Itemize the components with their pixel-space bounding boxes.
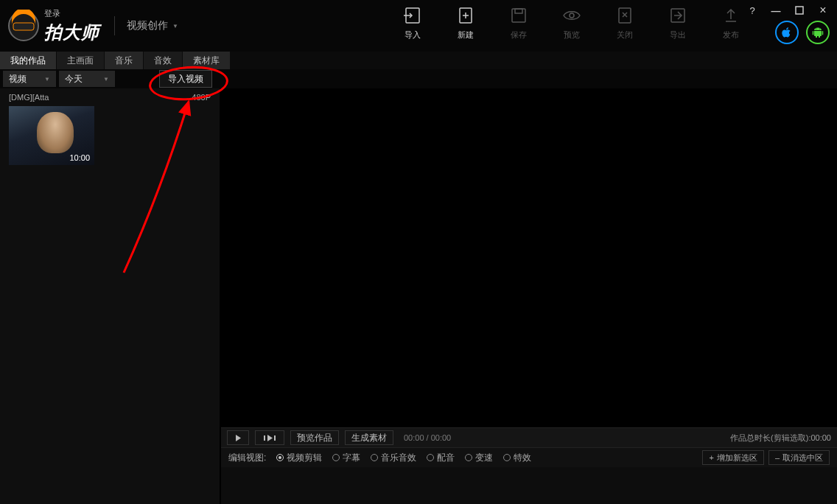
helmet-icon xyxy=(7,10,40,42)
clip-resolution: 480P xyxy=(192,93,211,102)
svg-rect-8 xyxy=(515,9,522,13)
svg-marker-20 xyxy=(267,435,273,441)
svg-point-9 xyxy=(570,13,574,18)
brand-name: 拍大师 xyxy=(44,21,99,44)
svg-rect-21 xyxy=(274,435,276,441)
apple-store-icon[interactable] xyxy=(775,21,799,44)
radio-subtitle[interactable]: 字幕 xyxy=(332,452,360,464)
help-icon[interactable]: ? xyxy=(744,3,760,18)
svg-marker-18 xyxy=(236,435,241,441)
app-logo: 登录 拍大师 xyxy=(0,8,99,44)
clip-duration: 10:00 xyxy=(69,153,90,162)
play-step-button[interactable] xyxy=(255,430,284,445)
time-dropdown[interactable]: 今天▼ xyxy=(59,71,115,87)
login-link[interactable]: 登录 xyxy=(44,8,99,19)
mode-selector[interactable]: 视频创作 ▼ xyxy=(114,16,178,35)
import-tool[interactable]: 导入 xyxy=(395,6,430,41)
mode-label: 视频创作 xyxy=(127,19,168,32)
clip-thumbnail[interactable]: 10:00 xyxy=(9,106,94,165)
close-tool[interactable]: 关闭 xyxy=(607,6,642,41)
total-duration-label: 作品总时长(剪辑选取):00:00 xyxy=(730,433,831,444)
cancel-selection-button[interactable]: –取消选中区 xyxy=(768,450,830,465)
radio-fx[interactable]: 特效 xyxy=(503,452,531,464)
preview-work-button[interactable]: 预览作品 xyxy=(290,430,339,445)
clip-name: [DMG][Atta xyxy=(9,93,49,102)
chevron-down-icon: ▼ xyxy=(44,76,50,83)
svg-rect-1 xyxy=(13,23,34,30)
radio-music-fx[interactable]: 音乐音效 xyxy=(371,452,416,464)
play-button[interactable] xyxy=(227,430,249,445)
new-tool[interactable]: 新建 xyxy=(448,6,483,41)
tab-main-screen[interactable]: 主画面 xyxy=(57,52,104,69)
tab-my-works[interactable]: 我的作品 xyxy=(0,52,56,69)
chevron-down-icon: ▼ xyxy=(172,23,178,29)
preview-tool[interactable]: 预览 xyxy=(554,6,589,41)
minus-icon: – xyxy=(775,453,780,462)
save-tool[interactable]: 保存 xyxy=(501,6,536,41)
edit-view-label: 编辑视图: xyxy=(228,452,266,464)
playback-time: 00:00 / 00:00 xyxy=(404,433,451,442)
svg-rect-17 xyxy=(796,7,803,14)
svg-rect-19 xyxy=(264,435,265,441)
radio-video-edit[interactable]: 视频剪辑 xyxy=(276,452,322,464)
chevron-down-icon: ▼ xyxy=(103,76,109,83)
radio-dub[interactable]: 配音 xyxy=(427,452,455,464)
maximize-icon[interactable] xyxy=(791,3,808,18)
close-icon[interactable]: × xyxy=(815,3,831,18)
svg-rect-7 xyxy=(512,9,525,22)
radio-speed[interactable]: 变速 xyxy=(465,452,493,464)
media-sidebar: [DMG][Atta 480P 10:00 xyxy=(0,88,220,504)
plus-icon: + xyxy=(709,453,713,462)
add-selection-button[interactable]: +增加新选区 xyxy=(702,450,763,465)
type-dropdown[interactable]: 视频▼ xyxy=(3,71,56,87)
import-video-button[interactable]: 导入视频 xyxy=(159,70,212,88)
timeline[interactable] xyxy=(221,467,837,504)
minimize-icon[interactable]: — xyxy=(768,3,784,18)
tab-music[interactable]: 音乐 xyxy=(105,52,143,69)
generate-material-button[interactable]: 生成素材 xyxy=(345,430,393,445)
video-preview[interactable] xyxy=(221,88,837,427)
tab-sfx[interactable]: 音效 xyxy=(144,52,182,69)
export-tool[interactable]: 导出 xyxy=(660,6,696,41)
android-store-icon[interactable] xyxy=(806,21,830,44)
tab-library[interactable]: 素材库 xyxy=(183,52,230,69)
publish-tool[interactable]: 发布 xyxy=(713,6,749,41)
preview-panel: 预览作品 生成素材 00:00 / 00:00 作品总时长(剪辑选取):00:0… xyxy=(221,88,837,504)
